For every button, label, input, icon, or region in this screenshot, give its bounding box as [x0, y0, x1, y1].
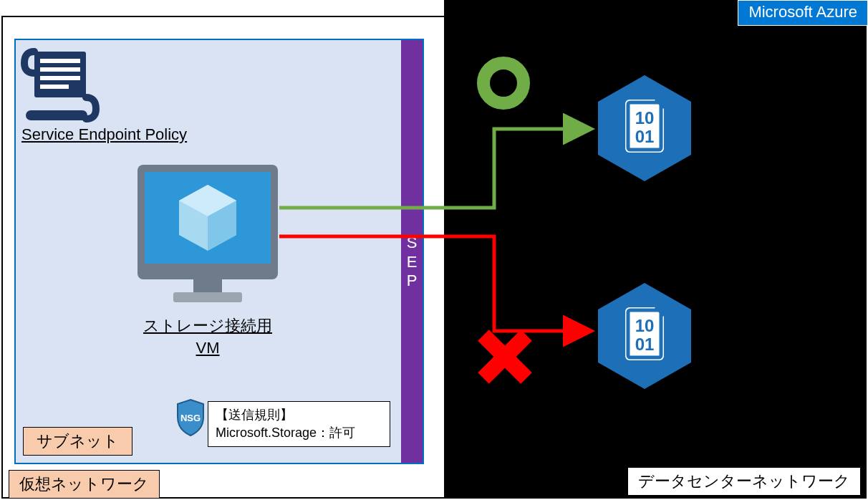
vm-title-line2: VM [196, 339, 220, 357]
nsg-rule-body: Microsoft.Storage：許可 [216, 424, 382, 442]
sep-label-e: E [407, 253, 418, 271]
vm-title: ストレージ接続用 VM [140, 315, 276, 360]
subnet-label: サブネット [23, 427, 132, 456]
azure-label: Microsoft Azure [738, 0, 868, 26]
datacenter-network-label: データセンターネットワーク [627, 467, 861, 496]
virtual-network-label: 仮想ネットワーク [9, 470, 160, 499]
subnet-container: S E P サブネット [14, 39, 424, 464]
service-endpoint-policy-title: Service Endpoint Policy [21, 125, 187, 144]
nsg-rule-header: 【送信規則】 [216, 406, 382, 424]
sep-label-s: S [407, 234, 418, 252]
vm-title-line1: ストレージ接続用 [143, 317, 272, 335]
diagram-canvas: S E P サブネット Service Endpoint Policy ストレー… [0, 0, 868, 500]
nsg-rule-box: 【送信規則】 Microsoft.Storage：許可 [208, 401, 390, 447]
sep-label-p: P [407, 271, 418, 290]
sep-bar: S E P [401, 40, 423, 463]
